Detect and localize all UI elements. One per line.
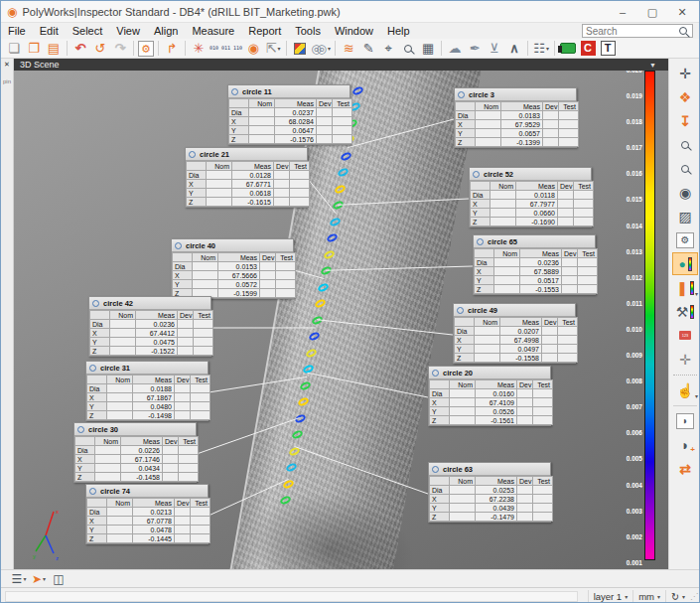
add-surface-icon[interactable]: ◗+ xyxy=(672,433,698,456)
col-nom: Nom xyxy=(475,318,500,327)
units-selector[interactable]: mm▾ xyxy=(632,590,665,603)
tag-points-icon[interactable]: 123 xyxy=(672,324,698,347)
meas-dia: 0.0236 xyxy=(520,258,562,267)
control-view-icon[interactable]: ▦ xyxy=(419,40,437,58)
menu-item[interactable]: Report xyxy=(241,24,288,38)
project-options-icon[interactable]: ⚙ xyxy=(138,41,154,57)
row-x: X xyxy=(455,336,475,345)
maximize-button[interactable]: ▢ xyxy=(637,3,667,21)
col-dev: Dev xyxy=(542,318,558,327)
colormap-menu-caret-icon[interactable]: ▼ xyxy=(649,62,656,69)
rotate-pan-zoom-icon[interactable]: ✛ xyxy=(672,62,698,84)
animation-icon[interactable]: ◫ xyxy=(50,570,68,588)
annotations-display-icon[interactable]: ❚▾ xyxy=(672,276,698,299)
undo-icon[interactable]: ↶ xyxy=(71,40,89,58)
wireframe-cube-icon[interactable]: ▨ xyxy=(672,205,698,227)
plugin-green-icon[interactable] xyxy=(559,40,577,58)
menu-item[interactable]: Edit xyxy=(33,24,66,38)
redo-icon[interactable]: ↷ xyxy=(111,40,129,58)
open-project-icon[interactable]: ❐ xyxy=(25,40,43,58)
compare-discs-icon[interactable]: ◎◎▾ xyxy=(311,40,331,58)
panel-pin-tab[interactable]: pin xyxy=(1,78,13,84)
pick-color-icon[interactable]: ➤▾ xyxy=(30,570,48,588)
plugin-red-icon[interactable]: C xyxy=(579,40,597,58)
measurement-callout[interactable]: circle 21 Nom Meas Dev Test Dia xyxy=(185,147,308,208)
visibility-eye-icon[interactable]: ◉ xyxy=(672,181,698,204)
menu-item[interactable]: Align xyxy=(147,24,185,38)
align-view-icon[interactable]: ❖ xyxy=(672,85,698,108)
dropdown-caret-icon: ▾ xyxy=(328,40,331,58)
row-dia: Dia xyxy=(456,111,476,120)
menu-item[interactable]: File xyxy=(1,24,33,38)
measurement-callout[interactable]: circle 42 Nom Meas Dev Test Dia xyxy=(88,296,211,357)
caliper-icon[interactable]: ∧ xyxy=(505,40,523,58)
measurement-callout[interactable]: circle 40 Nom Meas Dev Test Dia xyxy=(171,238,294,299)
layer-selector[interactable]: layer 1▾ xyxy=(588,590,633,603)
search-box[interactable] xyxy=(582,24,693,38)
menu-item[interactable]: Help xyxy=(380,24,417,38)
meas-z: -0.1522 xyxy=(136,347,178,356)
move-annotations-icon[interactable]: ✛ xyxy=(672,348,698,371)
minimize-button[interactable]: – xyxy=(608,3,637,21)
display-options-icon[interactable]: ⚙ xyxy=(672,228,698,251)
point-cloud-icon[interactable]: ☁ xyxy=(446,40,464,58)
refresh-selector[interactable]: ↻▾ xyxy=(665,590,690,603)
move-device-icon[interactable]: ⇱▾ xyxy=(264,40,282,58)
measurement-callout[interactable]: circle 20 Nom Meas Dev Test Dia xyxy=(428,366,551,426)
measurement-callout[interactable]: circle 11 Nom Meas Dev Test Dia xyxy=(227,84,350,145)
main-toolbar: ❏ ❐ ▤ ↶ ↺ ↷ ⚙ ↱ ✳ 010 011 110 ◉ ⇱▾ ◎◎▾ ≋… xyxy=(1,39,700,59)
colormap-cube-icon[interactable] xyxy=(291,40,309,58)
menu-item[interactable]: Select xyxy=(66,24,110,38)
measurement-callout[interactable]: circle 63 Nom Meas Dev Test Dia xyxy=(428,462,551,523)
close-button[interactable]: ✕ xyxy=(667,3,697,21)
app-window: ◉ PolyWorks|Inspector Standard - DB4* (d… xyxy=(0,0,700,603)
measurement-callout[interactable]: circle 3 Nom Meas Dev Test Dia xyxy=(454,87,577,148)
circle-feature-icon xyxy=(432,370,439,377)
project-surface-icon[interactable]: ↧ xyxy=(672,109,698,132)
colormap-scale[interactable] xyxy=(644,71,655,560)
colormap-display-icon[interactable]: ● xyxy=(672,252,698,275)
import-data-icon[interactable]: ↱ xyxy=(163,40,181,58)
circle-feature-icon xyxy=(457,307,464,314)
curve-comb-icon[interactable]: ≋ xyxy=(340,40,357,58)
digital-readout-icon[interactable]: 010 011 110 xyxy=(210,40,242,58)
measurement-callout[interactable]: circle 74 Nom Meas Dev Test Dia xyxy=(85,484,209,544)
measurement-callout[interactable]: circle 31 Nom Meas Dev Test Dia xyxy=(85,361,209,421)
new-document-icon[interactable]: ❏ xyxy=(5,40,23,58)
measurement-callout[interactable]: circle 52 Nom Meas Dev Test Dia xyxy=(469,167,592,227)
scanner-icon[interactable]: ⌖ xyxy=(379,40,397,58)
search-input[interactable] xyxy=(583,26,679,37)
device-position-icon[interactable]: ◉ xyxy=(244,40,262,58)
render-options-icon[interactable]: ☰▾ xyxy=(10,570,28,588)
probe-icon[interactable]: ✳ xyxy=(190,40,208,58)
undo-history-icon[interactable]: ↺ xyxy=(91,40,109,58)
probe-pen-icon[interactable]: ✎ xyxy=(359,40,377,58)
zoom-pick-icon[interactable] xyxy=(672,157,698,180)
meas-y: 0.0439 xyxy=(476,504,517,513)
text-annotation-icon[interactable]: T xyxy=(599,40,617,58)
pick-element-icon[interactable]: ☝▾ xyxy=(672,378,698,401)
fit-feature-icon[interactable]: ✒ xyxy=(466,40,484,58)
menu-item[interactable]: Window xyxy=(328,24,380,38)
save-icon[interactable]: ▤ xyxy=(45,40,63,58)
surface-dialog-icon[interactable]: ◗ xyxy=(672,409,698,432)
measurement-callout[interactable]: circle 49 Nom Meas Dev Test Dia xyxy=(453,303,576,364)
zoom-region-icon[interactable] xyxy=(672,133,698,156)
viewport-3d[interactable]: circle 11 Nom Meas Dev Test Dia xyxy=(14,71,668,569)
circle-feature-icon xyxy=(92,300,99,307)
edit-colormap-icon[interactable]: ⚒ xyxy=(672,300,698,323)
menu-item[interactable]: Tools xyxy=(288,24,328,38)
menu-item[interactable]: View xyxy=(109,24,147,38)
colorbar-labels: 0.0200.0190.0180.0170.0160.0150.0140.013… xyxy=(601,71,642,569)
measurement-callout[interactable]: circle 30 Nom Meas Dev Test Dia xyxy=(73,422,197,483)
report-icon[interactable]: ☷▾ xyxy=(532,40,550,58)
resize-grip[interactable]: ⋰ xyxy=(690,590,700,603)
stamp-feature-icon[interactable]: ⊻ xyxy=(486,40,503,58)
zoom-tool-icon[interactable] xyxy=(399,40,417,58)
menu-item[interactable]: Measure xyxy=(185,24,241,38)
flip-normals-icon[interactable]: ⇄ xyxy=(672,457,698,480)
panel-close-icon[interactable]: ✕ xyxy=(1,61,13,69)
measurement-callout[interactable]: circle 65 Nom Meas Dev Test Dia xyxy=(473,234,596,295)
row-y: Y xyxy=(430,504,450,513)
meas-dia: 0.0160 xyxy=(476,389,517,398)
